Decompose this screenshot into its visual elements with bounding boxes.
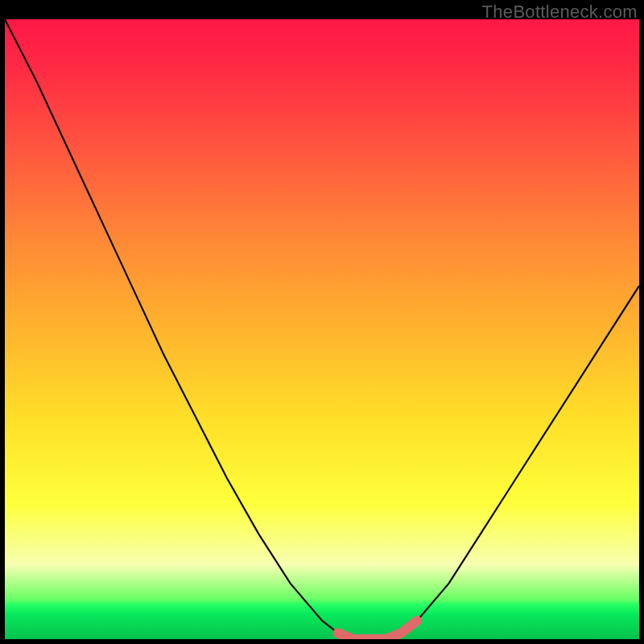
chart-gradient-area <box>5 19 639 639</box>
heat-gradient <box>5 19 639 639</box>
chart-frame <box>5 19 639 639</box>
